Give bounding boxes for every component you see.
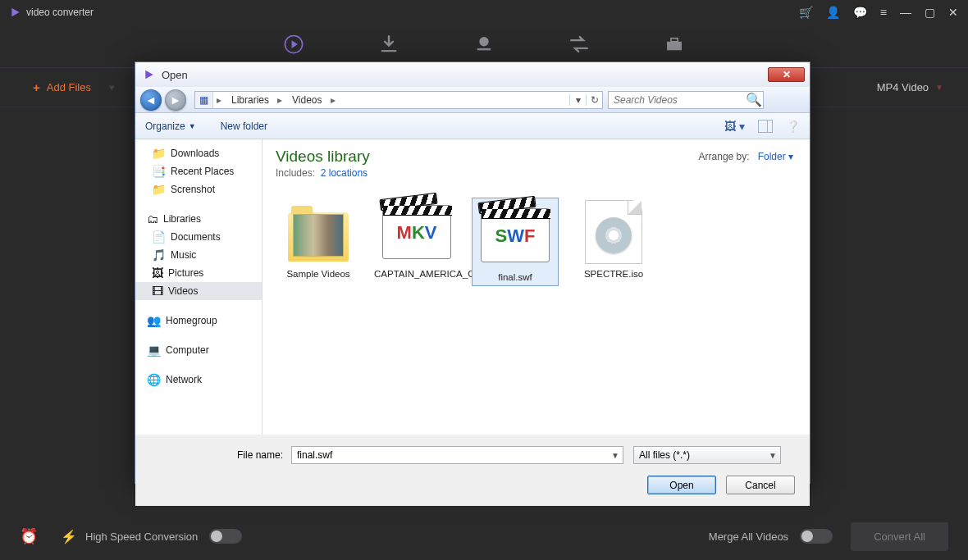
chevron-down-icon: ▼ xyxy=(765,451,780,460)
file-sample-videos[interactable]: Sample Videos xyxy=(276,198,361,285)
cart-icon[interactable]: 🛒 xyxy=(799,6,813,19)
high-speed-label: High Speed Conversion xyxy=(85,530,198,543)
arrange-value[interactable]: Folder ▾ xyxy=(758,151,793,162)
crumb-sep-icon: ▸ xyxy=(274,94,285,106)
chevron-down-icon: ▼ xyxy=(189,122,196,130)
filename-label: File name: xyxy=(135,449,291,461)
recent-icon: 📑 xyxy=(152,165,166,178)
app-logo: video converter xyxy=(10,7,94,18)
dialog-toolbar: Organize ▼ New folder 🖼 ▾ ❔ xyxy=(135,113,810,139)
arrange-by[interactable]: Arrange by: Folder ▾ xyxy=(699,151,793,162)
file-filter-dropdown[interactable]: All files (*.*) ▼ xyxy=(633,446,781,464)
view-mode-icon[interactable]: 🖼 ▾ xyxy=(724,120,745,133)
nav-toolbox-icon[interactable] xyxy=(664,34,685,58)
video-swf-icon: SWF xyxy=(481,208,550,262)
breadcrumb-dropdown-icon[interactable]: ▾ xyxy=(569,94,586,106)
library-icon: ▦ xyxy=(195,92,213,108)
tree-music[interactable]: 🎵Music xyxy=(135,246,262,264)
nav-transfer-icon[interactable] xyxy=(568,34,590,58)
plus-icon: + xyxy=(33,80,40,94)
dialog-nav: ◄ ► ▦ ▸ Libraries ▸ Videos ▸ ▾ ↻ 🔍 xyxy=(135,87,810,113)
clock-icon[interactable]: ⏰ xyxy=(20,527,38,545)
search-input[interactable] xyxy=(609,94,745,106)
window-close-icon[interactable]: ✕ xyxy=(948,6,958,19)
tree-documents[interactable]: 📄Documents xyxy=(135,228,262,246)
filename-input[interactable] xyxy=(292,449,608,461)
nav-download-icon[interactable] xyxy=(378,34,400,58)
breadcrumb[interactable]: ▦ ▸ Libraries ▸ Videos ▸ ▾ ↻ xyxy=(194,91,603,109)
file-label: CAPTAIN_AMERICA_CIVIL_WAR.mkv xyxy=(374,269,459,279)
bottom-bar: ⏰ ⚡ High Speed Conversion Merge All Vide… xyxy=(0,512,968,560)
videos-icon: 🎞 xyxy=(152,285,163,298)
tree-screnshot[interactable]: 📁Screnshot xyxy=(135,180,262,198)
help-icon[interactable]: ❔ xyxy=(786,120,800,133)
tree-homegroup[interactable]: 👥Homegroup xyxy=(135,312,262,330)
crumb-libraries[interactable]: Libraries xyxy=(225,94,274,106)
refresh-icon[interactable]: ↻ xyxy=(586,94,602,106)
convert-all-button[interactable]: Convert All xyxy=(851,522,948,551)
search-box[interactable]: 🔍 xyxy=(608,91,764,109)
documents-icon: 📄 xyxy=(152,230,166,244)
organize-menu[interactable]: Organize ▼ xyxy=(145,121,196,132)
user-icon[interactable]: 👤 xyxy=(826,6,840,19)
add-files-button[interactable]: + Add Files ▾ xyxy=(33,80,115,94)
video-mkv-icon: MKV xyxy=(382,205,451,259)
bolt-icon: ⚡ xyxy=(61,529,77,544)
tree-downloads[interactable]: 📁Downloads xyxy=(135,144,262,162)
tree-libraries[interactable]: 🗂Libraries xyxy=(135,210,262,228)
tree-recent-places[interactable]: 📑Recent Places xyxy=(135,162,262,180)
message-icon[interactable]: 💬 xyxy=(853,6,867,19)
new-folder-button[interactable]: New folder xyxy=(221,121,267,132)
add-files-label: Add Files xyxy=(47,81,91,93)
file-final-swf[interactable]: SWF final.swf xyxy=(473,198,558,285)
homegroup-icon: 👥 xyxy=(147,314,161,327)
crumb-sep-icon: ▸ xyxy=(327,94,339,106)
preview-pane-icon[interactable] xyxy=(758,120,773,133)
file-captain-america-mkv[interactable]: MKV CAPTAIN_AMERICA_CIVIL_WAR.mkv xyxy=(374,198,459,285)
maximize-icon[interactable]: ▢ xyxy=(925,6,935,19)
file-label: Sample Videos xyxy=(276,269,361,279)
search-icon[interactable]: 🔍 xyxy=(745,92,763,107)
nav-forward-button[interactable]: ► xyxy=(165,89,186,111)
output-format-dropdown[interactable]: MP4 Video ▼ xyxy=(877,81,943,93)
crumb-videos[interactable]: Videos xyxy=(285,94,326,106)
filename-combobox[interactable]: ▼ xyxy=(291,446,623,464)
output-format-label: MP4 Video xyxy=(877,81,929,93)
iso-icon xyxy=(585,200,642,264)
chevron-down-icon[interactable]: ▼ xyxy=(608,451,623,460)
dialog-close-button[interactable]: ✕ xyxy=(768,67,805,82)
cancel-button[interactable]: Cancel xyxy=(726,476,795,494)
app-title: video converter xyxy=(26,7,94,18)
high-speed-toggle[interactable] xyxy=(209,529,242,544)
chevron-down-icon: ▼ xyxy=(935,83,943,92)
nav-record-icon[interactable] xyxy=(473,34,495,58)
libraries-icon: 🗂 xyxy=(147,212,158,225)
nav-convert-icon[interactable] xyxy=(283,34,304,58)
chevron-down-icon: ▾ xyxy=(109,81,115,93)
tree-network[interactable]: 🌐Network xyxy=(135,371,262,389)
merge-toggle[interactable] xyxy=(800,529,833,544)
svg-point-1 xyxy=(479,37,488,46)
tree-videos[interactable]: 🎞Videos xyxy=(135,282,262,300)
open-file-dialog: Open ✕ ◄ ► ▦ ▸ Libraries ▸ Videos ▸ ▾ ↻ … xyxy=(135,61,810,484)
file-spectre-iso[interactable]: SPECTRE.iso xyxy=(571,198,656,285)
minimize-icon[interactable]: — xyxy=(900,6,911,19)
svg-rect-4 xyxy=(671,39,678,42)
library-subtitle: Includes: 2 locations xyxy=(276,167,797,179)
app-small-icon xyxy=(144,69,155,80)
folder-icon xyxy=(288,212,349,262)
folder-icon: 📁 xyxy=(152,147,166,160)
open-button[interactable]: Open xyxy=(647,476,716,494)
crumb-sep-icon: ▸ xyxy=(213,94,225,106)
pictures-icon: 🖼 xyxy=(152,266,163,280)
nav-back-button[interactable]: ◄ xyxy=(140,89,162,111)
tree-computer[interactable]: 💻Computer xyxy=(135,341,262,359)
tree-pictures[interactable]: 🖼Pictures xyxy=(135,264,262,282)
computer-icon: 💻 xyxy=(147,344,161,357)
locations-link[interactable]: 2 locations xyxy=(321,167,368,179)
menu-icon[interactable]: ≡ xyxy=(880,6,887,19)
dialog-footer: File name: ▼ All files (*.*) ▼ Open Canc… xyxy=(135,435,810,506)
network-icon: 🌐 xyxy=(147,373,161,386)
dialog-title: Open xyxy=(162,69,188,81)
file-label: SPECTRE.iso xyxy=(571,269,656,279)
